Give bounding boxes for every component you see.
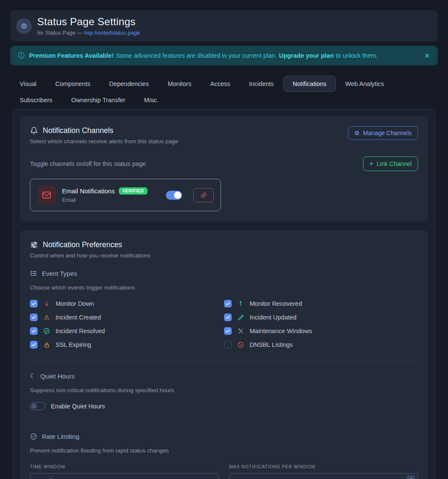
event-row-monitor-down: ↓ Monitor Down	[30, 299, 224, 308]
event-row-monitor-recovered: ↑ Monitor Recovered	[224, 299, 418, 308]
verified-badge: VERIFIED	[119, 187, 147, 195]
status-page-link[interactable]: hsp.hostedstatus.page	[84, 30, 140, 36]
event-types-title: Event Types	[42, 270, 77, 277]
gauge-icon	[30, 433, 37, 440]
time-window-select[interactable]: 15 minutes	[30, 473, 219, 479]
max-notifications-input[interactable]	[236, 478, 407, 479]
event-label: SSL Expiring	[56, 341, 91, 348]
header-text: Status Page Settings for Status Page — h…	[37, 16, 140, 36]
page-title: Status Page Settings	[37, 16, 140, 28]
premium-banner: ⓘ Premium Features Available! Some advan…	[10, 46, 438, 65]
tab-ownership-transfer[interactable]: Ownership Transfer	[62, 92, 135, 108]
arrow-up-icon: ↑	[236, 300, 245, 308]
bell-icon	[30, 127, 38, 135]
arrow-down-icon: ↓	[42, 300, 51, 308]
event-types-subtitle: Choose which events trigger notification…	[30, 284, 418, 291]
max-notifications-field-group: MAX NOTIFICATIONS PER WINDOW	[229, 464, 418, 479]
channel-name: Email Notifications	[62, 187, 115, 195]
warning-triangle-icon: ⚠	[42, 313, 51, 321]
incident-resolved-checkbox[interactable]	[30, 327, 38, 335]
email-channel-toggle[interactable]	[166, 191, 182, 200]
link-channel-button[interactable]: + Link Channel	[363, 157, 418, 171]
number-stepper[interactable]	[407, 475, 415, 479]
channels-title-row: Notification Channels	[30, 126, 178, 135]
notifications-panel: Notification Channels Select which chann…	[13, 109, 435, 479]
event-label: Incident Resolved	[56, 328, 105, 334]
event-label: DNSBL Listings	[250, 341, 293, 348]
time-window-field-group: TIME WINDOW 15 minutes	[30, 464, 219, 479]
event-row-incident-resolved: Incident Resolved	[30, 326, 224, 336]
lock-icon	[42, 342, 51, 348]
status-page-settings: ⚙ Status Page Settings for Status Page —…	[0, 0, 448, 479]
incident-updated-checkbox[interactable]	[224, 313, 232, 321]
manage-channels-label: Manage Channels	[363, 130, 412, 136]
rate-limiting-heading: Rate Limiting	[30, 433, 418, 440]
preferences-title-row: Notification Preferences	[30, 240, 418, 249]
list-icon	[30, 270, 37, 277]
dnsbl-listings-checkbox[interactable]	[224, 341, 232, 349]
settings-tabs: Visual Components Dependencies Monitors …	[10, 76, 421, 108]
notification-preferences-card: Notification Preferences Control when an…	[20, 230, 428, 479]
notification-channels-card: Notification Channels Select which chann…	[20, 116, 428, 222]
event-row-incident-created: ⚠ Incident Created	[30, 313, 224, 322]
event-label: Monitor Down	[56, 300, 94, 307]
tab-visual[interactable]: Visual	[10, 76, 46, 92]
close-icon[interactable]: ✕	[424, 52, 430, 60]
manage-channels-button[interactable]: ⚙ Manage Channels	[348, 126, 418, 140]
unlink-channel-button[interactable]	[193, 188, 214, 202]
banner-suffix: to unlock them.	[336, 52, 378, 59]
event-types-heading: Event Types	[30, 270, 418, 277]
quiet-hours-toggle-label: Enable Quiet Hours	[51, 403, 105, 410]
section-divider	[30, 361, 418, 361]
event-row-maintenance-windows: Maintenance Windows	[224, 326, 418, 336]
maintenance-windows-checkbox[interactable]	[224, 327, 232, 335]
link-channel-label: Link Channel	[377, 160, 412, 167]
rate-limiting-title: Rate Limiting	[42, 433, 80, 440]
max-notifications-input-wrap	[229, 473, 418, 479]
section-divider	[30, 421, 418, 422]
event-label: Maintenance Windows	[250, 328, 312, 334]
tab-notifications[interactable]: Notifications	[283, 76, 336, 92]
ssl-expiring-checkbox[interactable]	[30, 341, 38, 349]
ban-circle-icon	[236, 341, 245, 348]
tab-misc[interactable]: Misc.	[135, 92, 168, 108]
plus-icon: +	[369, 160, 373, 168]
upgrade-plan-link[interactable]: Upgrade your plan	[279, 52, 333, 59]
email-channel-card: Email Notifications VERIFIED Email	[30, 179, 221, 211]
tab-dependencies[interactable]: Dependencies	[100, 76, 158, 92]
incident-created-checkbox[interactable]	[30, 313, 38, 321]
event-types-grid: ↓ Monitor Down ⚠ Incident Created Incide…	[30, 299, 418, 349]
banner-body: Some advanced features are disabled in y…	[116, 52, 277, 59]
info-icon: ⓘ	[18, 51, 25, 60]
tab-components[interactable]: Components	[46, 76, 100, 92]
max-notifications-label: MAX NOTIFICATIONS PER WINDOW	[229, 464, 418, 469]
channel-type: Email	[62, 197, 147, 203]
moon-icon: ☾	[30, 372, 35, 380]
channels-subtitle: Select which channels receive alerts fro…	[30, 138, 178, 145]
tab-web-analytics[interactable]: Web Analytics	[336, 76, 394, 92]
tab-subscribers[interactable]: Subscribers	[10, 92, 62, 108]
tools-icon	[236, 328, 245, 334]
tab-incidents[interactable]: Incidents	[240, 76, 283, 92]
gear-icon: ⚙	[16, 18, 32, 34]
pencil-icon	[236, 314, 245, 321]
tab-monitors[interactable]: Monitors	[158, 76, 201, 92]
banner-title: Premium Features Available!	[29, 52, 114, 59]
event-label: Incident Updated	[250, 314, 297, 321]
chain-link-icon	[200, 192, 207, 198]
toggle-channels-hint: Toggle channels on/off for this status p…	[30, 160, 146, 167]
channel-info: Email Notifications VERIFIED Email	[62, 187, 147, 203]
sliders-icon	[30, 241, 38, 249]
preferences-subtitle: Control when and how you receive notific…	[30, 252, 418, 259]
gear-icon: ⚙	[354, 130, 360, 136]
event-row-dnsbl-listings: DNSBL Listings	[224, 340, 418, 349]
monitor-recovered-checkbox[interactable]	[224, 300, 232, 308]
rate-limiting-subtitle: Prevent notification flooding from rapid…	[30, 447, 418, 454]
envelope-icon	[37, 186, 56, 204]
quiet-hours-toggle[interactable]	[30, 402, 45, 410]
quiet-hours-heading: ☾ Quiet Hours	[30, 372, 418, 380]
preferences-title: Notification Preferences	[43, 240, 122, 249]
time-window-label: TIME WINDOW	[30, 464, 219, 469]
tab-access[interactable]: Access	[201, 76, 240, 92]
monitor-down-checkbox[interactable]	[30, 300, 38, 308]
